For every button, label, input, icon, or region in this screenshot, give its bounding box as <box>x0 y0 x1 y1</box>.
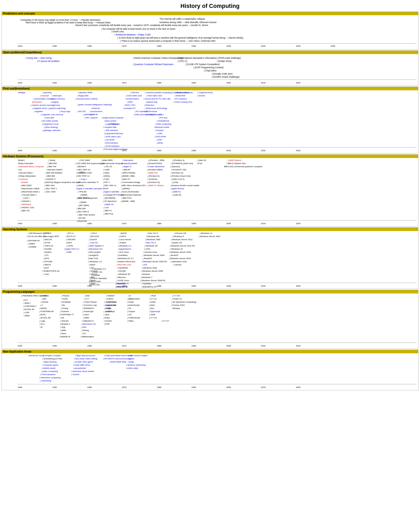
hw-ibm704: | IBM 704 <box>47 165 56 168</box>
lang-viscalc: | VisiCalc <box>60 320 69 322</box>
hw-6502: | (6502) <box>103 175 110 177</box>
apps-body: | electronic music | compiler compiler |… <box>2 353 418 390</box>
op-quantum: | Quantum Computer Richard Feynmann <box>133 63 173 66</box>
os-year-1980: 1980 <box>157 285 161 287</box>
fu-cgavideo: | CGA video card <box>126 94 142 97</box>
hw-ibmpcjr: | IBM PCjr <box>104 213 113 215</box>
lang-year-1990: 1990 <box>191 345 196 347</box>
os-timeline <box>18 283 417 283</box>
hardware-body: Model I Relay Calculator | Atanasoff–Ber… <box>2 158 418 226</box>
fu-ideinterface: | IDE interface <box>105 129 118 132</box>
lang-xslt: | XSLT <box>106 310 112 313</box>
os-macosx: | Mac OS X <box>145 242 156 244</box>
fu-spooling: | spooling <box>43 91 51 94</box>
fu-harddisk: | hard disk <box>44 117 54 119</box>
lang-commonlisp: | Common Lisp <box>83 304 97 306</box>
op-timeline <box>18 80 417 80</box>
app-wikis: | wikis <box>129 358 134 360</box>
hw-year-1960: 1960 <box>87 222 92 225</box>
lang-year-1960: 1960 <box>87 345 92 347</box>
year-1940: 1940 <box>18 45 20 48</box>
os-sunos: | SunOS <box>89 238 97 241</box>
page-title: History of Computing <box>0 0 420 11</box>
hw-appleiphone: | Apple iPhone <box>171 187 184 190</box>
fu-timeline <box>18 147 417 148</box>
fu-eisabus: | EISA bus <box>144 104 154 106</box>
apps-section: New Application Areas | electronic music… <box>2 350 418 390</box>
lang-modula2: | Module-2 <box>60 323 70 325</box>
fu-packet: | (packet switching) <box>48 107 66 109</box>
os-winserver2012r2: | Windows Server 2012 R2 <box>170 245 195 247</box>
hw-z80: | (Z80) <box>103 172 109 174</box>
os-mklinux: | MkLinux <box>117 276 126 279</box>
hw-amazonkindle: | Amazon Kindle e-book reader <box>171 184 200 187</box>
hw-inteli3: | (Intel i3) <box>197 159 206 161</box>
first-use-header: First use/(Inventions) <box>2 87 418 90</box>
apps-year-1970: 1970 <box>122 386 127 388</box>
lang-swift: | Swift <box>149 313 155 316</box>
apps-year-2000: 2000 <box>226 386 231 388</box>
op-chess: | (North American Computer Chess Champio… <box>133 57 183 59</box>
os-vmcms: | VM/CMS <box>66 238 75 241</box>
fu-bladeserv: | Blade servers <box>175 91 189 94</box>
fu-microproc: | microprocessor (4004) <box>75 98 97 100</box>
os-year-1960: 1960 <box>87 285 92 287</box>
lang-c20: | C++20 <box>172 295 180 297</box>
hw-besm6: | BESM-6 <box>77 165 86 168</box>
hw-anfqsq7: | AN/FSQ-7 <box>44 181 55 183</box>
os-posix: | POSIX Standard <box>90 277 107 280</box>
os-section: Operating Systems | GM Research IBSYS | … <box>2 227 418 289</box>
hw-8080: | (8080) <box>79 201 86 203</box>
os-qubes: | Qubes OS <box>171 242 182 244</box>
os-win11: | Windows 11 <box>200 232 212 234</box>
hw-cs4: | CS4 <box>103 187 108 190</box>
lang-turbopascal: | Turbo Pascal <box>83 301 97 303</box>
hw-manchestersem: | Manchester SSEM <box>21 187 39 190</box>
op-year-2000: 2000 <box>226 82 231 84</box>
lang-rexx: | Rexx <box>60 332 66 335</box>
lang-postscript: | PostScript <box>83 310 93 313</box>
app-bulletinboard: | bulletin board <box>42 367 55 369</box>
fu-dns: | DNS (Domain Name Server) <box>134 113 162 116</box>
lang-raku: | Raku <box>128 320 134 322</box>
hw-applecalc: | Apple II scientific calculator TI <box>76 187 105 190</box>
os-risccos: | RISC OS <box>92 271 102 273</box>
os-gecos: | GECOS <box>43 238 52 241</box>
os-ios: | iOS <box>143 264 147 266</box>
os-slackware: | Slackware Linux <box>171 260 187 263</box>
hw-pentiummmx: | (Pentium MMX) <box>147 169 163 171</box>
year-2020: 2020 <box>296 45 301 48</box>
os-year-1940: 1940 <box>18 285 22 287</box>
fu-smartmodem: | Smartmodem <box>125 98 139 100</box>
lang-elm: | Elm <box>149 307 154 309</box>
os-winvista: | Windows Vista <box>142 267 157 269</box>
os-blackberry: | BlackBerry OS <box>142 286 157 288</box>
hw-mc68000: | (MC68000) <box>104 197 115 199</box>
os-dtss: | DTSS <box>44 242 50 244</box>
lang-year-2000: 2000 <box>226 345 231 347</box>
hw-largest: largest computers ever built <box>54 181 80 183</box>
fu-crypto: | Cryptocurrency <box>197 91 213 94</box>
hw-ibm650: | IBM 650 <box>48 162 57 165</box>
fu-cdi: | CD-I <box>158 113 164 116</box>
hw-reservec: | ReserVec <box>77 220 87 222</box>
hw-amd-k6: | (AMD K6) <box>147 172 158 174</box>
os-reados: | ReadOS <box>143 257 152 260</box>
os-year-2000: 2000 <box>226 285 231 287</box>
hw-zxspectrum: | ZX Spectrum <box>103 200 117 202</box>
lang-lisp: | LISP <box>24 311 29 314</box>
hw-pentiumIII: | (Pentium III) <box>147 181 160 183</box>
lang-fsharp: | F# <box>128 307 131 309</box>
lang-bosque: | Bosque <box>172 307 180 309</box>
os-macintoshos: | Macintosh OS <box>88 248 102 250</box>
lang-fortran1: | FORTRAN 1 <box>24 305 37 307</box>
lang-typescript: | TypeScript <box>149 310 160 313</box>
fu-tcpip: | TCP/IP <box>90 113 98 116</box>
os-tenex: | TENEX/TOPS-20 <box>42 270 59 272</box>
os-os9: | OS-9 <box>91 232 97 234</box>
app-www: | World Wide Web <box>109 361 126 363</box>
hw-pentium586: | (Pentium - i586) <box>148 159 164 161</box>
fu-year-1950: 1950 <box>52 149 57 152</box>
hw-acornarch: | Acorn Archimedes <box>121 191 139 193</box>
op-pvsnp: | P versus NP problem <box>37 60 60 62</box>
